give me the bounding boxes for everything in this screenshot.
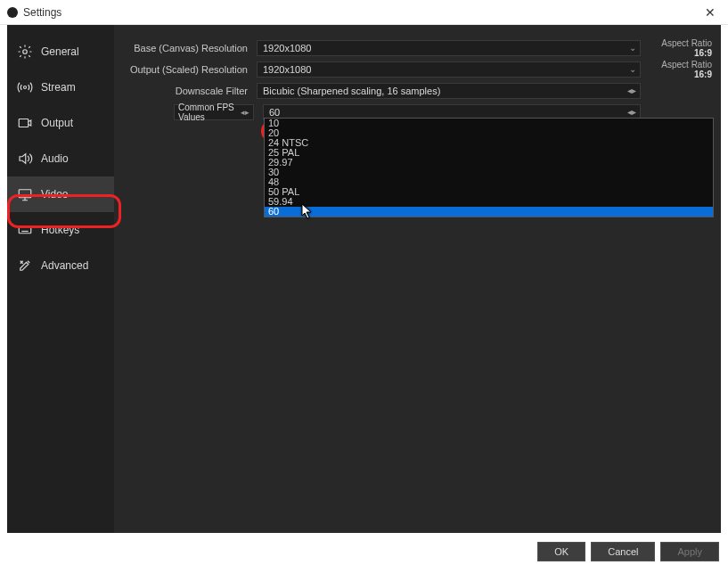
svg-rect-4 — [19, 226, 31, 233]
downscale-filter-value: Bicubic (Sharpened scaling, 16 samples) — [263, 86, 440, 96]
output-resolution-row: Output (Scaled) Resolution 1920x1080 ⌄ A… — [123, 61, 712, 78]
output-resolution-value: 1920x1080 — [263, 64, 311, 75]
monitor-icon — [16, 185, 34, 203]
svg-rect-3 — [19, 190, 31, 198]
titlebar: Settings ✕ — [0, 0, 728, 25]
apply-button[interactable]: Apply — [660, 542, 719, 561]
base-resolution-row: Base (Canvas) Resolution 1920x1080 ⌄ Asp… — [123, 39, 712, 57]
tools-icon — [16, 257, 34, 274]
output-icon — [16, 114, 34, 132]
downscale-filter-row: Downscale Filter Bicubic (Sharpened scal… — [123, 82, 712, 100]
sidebar-item-label: General — [41, 45, 79, 58]
fps-option[interactable]: 30 — [265, 168, 713, 177]
sidebar-item-general[interactable]: General — [7, 34, 114, 70]
fps-option[interactable]: 20 — [265, 128, 713, 138]
broadcast-icon — [16, 78, 34, 96]
fps-option[interactable]: 25 PAL — [265, 148, 713, 158]
spinner-icon: ◂▸ — [627, 86, 636, 95]
sidebar-item-label: Video — [41, 188, 68, 201]
svg-point-0 — [23, 50, 28, 54]
app-icon — [7, 7, 18, 18]
sidebar-item-label: Audio — [41, 152, 69, 165]
downscale-filter-label: Downscale Filter — [123, 86, 257, 96]
output-aspect-ratio: Aspect Ratio 16:9 — [641, 60, 712, 79]
fps-option[interactable]: 50 PAL — [265, 187, 713, 197]
fps-option[interactable]: 29.97 — [265, 158, 713, 168]
sidebar-item-stream[interactable]: Stream — [7, 70, 114, 105]
fps-option[interactable]: 48 — [265, 177, 713, 187]
sidebar-item-audio[interactable]: Audio — [7, 141, 114, 176]
downscale-filter-select[interactable]: Bicubic (Sharpened scaling, 16 samples) … — [257, 83, 641, 99]
svg-point-1 — [24, 86, 27, 89]
fps-type-label: Common FPS Values — [178, 102, 241, 122]
sidebar-item-video[interactable]: Video — [7, 176, 114, 212]
sidebar-item-advanced[interactable]: Advanced — [7, 248, 114, 283]
speaker-icon — [16, 150, 34, 168]
sidebar-item-label: Stream — [41, 81, 76, 94]
sidebar-item-output[interactable]: Output — [7, 105, 114, 141]
sidebar-item-label: Advanced — [41, 259, 88, 272]
base-aspect-ratio: Aspect Ratio 16:9 — [641, 38, 712, 58]
gear-icon — [16, 43, 34, 61]
fps-option[interactable]: 10 — [265, 119, 713, 128]
fps-option[interactable]: 24 NTSC — [265, 138, 713, 148]
spinner-icon: ◂▸ — [241, 108, 249, 117]
fps-option[interactable]: 59.94 — [265, 197, 713, 207]
content-area: General Stream Output Audio Video — [7, 25, 721, 533]
close-button[interactable]: ✕ — [699, 5, 721, 20]
fps-type-select[interactable]: Common FPS Values ◂▸ — [174, 104, 254, 120]
chevron-down-icon: ⌄ — [629, 43, 636, 53]
fps-option-selected[interactable]: 60 — [265, 207, 713, 217]
ok-button[interactable]: OK — [537, 542, 585, 561]
sidebar-item-label: Output — [41, 117, 73, 129]
dialog-footer: OK Cancel Apply — [537, 542, 719, 561]
sidebar-item-hotkeys[interactable]: Hotkeys — [7, 212, 114, 248]
spinner-icon: ◂▸ — [627, 107, 636, 117]
base-resolution-value: 1920x1080 — [263, 43, 311, 53]
fps-value: 60 — [269, 107, 280, 118]
cancel-button[interactable]: Cancel — [591, 542, 655, 561]
base-resolution-select[interactable]: 1920x1080 ⌄ — [257, 40, 641, 56]
fps-dropdown[interactable]: 10 20 24 NTSC 25 PAL 29.97 30 48 50 PAL … — [264, 118, 714, 217]
sidebar-item-label: Hotkeys — [41, 224, 79, 236]
video-settings-panel: Base (Canvas) Resolution 1920x1080 ⌄ Asp… — [114, 25, 721, 533]
sidebar: General Stream Output Audio Video — [7, 25, 114, 533]
base-resolution-label: Base (Canvas) Resolution — [123, 43, 257, 53]
keyboard-icon — [16, 221, 34, 239]
svg-rect-2 — [19, 119, 29, 127]
output-resolution-select[interactable]: 1920x1080 ⌄ — [257, 61, 641, 78]
chevron-down-icon: ⌄ — [629, 64, 636, 74]
output-resolution-label: Output (Scaled) Resolution — [123, 64, 257, 75]
window-title: Settings — [23, 6, 699, 19]
